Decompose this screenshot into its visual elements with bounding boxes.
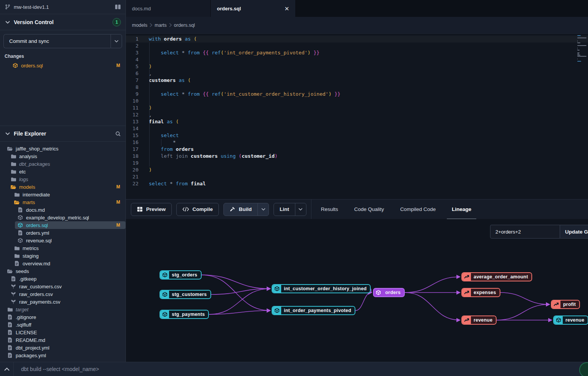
tree-item-orders-yml[interactable]: orders.yml (0, 229, 125, 237)
tree-item-revenue-sql[interactable]: revenue.sql (0, 237, 125, 244)
lineage-node-stg_orders[interactable]: stg_orders (160, 270, 202, 280)
line-number: 21 (126, 173, 138, 180)
code-line: select * from final (149, 180, 588, 187)
tree-item-staging[interactable]: staging (0, 252, 125, 260)
tree-item-dbt-packages[interactable]: dbt_packages (0, 160, 125, 168)
changes-list: orders.sqlM (0, 60, 125, 70)
tab-docs-md[interactable]: docs.md (126, 0, 211, 17)
folder-open-icon (7, 268, 13, 274)
build-options-chevron[interactable] (257, 203, 269, 216)
lineage-node-int_order_payments_pivoted[interactable]: int_order_payments_pivoted (272, 306, 355, 315)
lineage-node-profit[interactable]: profit (551, 300, 580, 309)
lineage-node-orders[interactable]: orders (373, 288, 405, 297)
lineage-node-revenue_model[interactable]: revenue (553, 316, 588, 325)
chevron-down-icon (5, 19, 11, 25)
tree-item-intermediate[interactable]: intermediate (0, 191, 125, 198)
tree-item-seeds[interactable]: seeds (0, 267, 125, 275)
tree-item-analysis[interactable]: analysis (0, 152, 125, 160)
update-graph-button[interactable]: Update Graph (560, 225, 588, 239)
lineage-node-average_order_amount[interactable]: average_order_amount (461, 272, 532, 281)
command-input[interactable] (14, 366, 588, 372)
tree-item-metrics[interactable]: metrics (0, 244, 125, 252)
tree-item-packages-yml[interactable]: packages.yml (0, 351, 125, 359)
preview-button[interactable]: Preview (131, 203, 172, 216)
tree-item-label: revenue.sql (26, 238, 120, 244)
tree-item-raw-orders-csv[interactable]: raw_orders.csv (0, 290, 125, 298)
tree-item-overview-md[interactable]: overview.md (0, 260, 125, 267)
columns-panel-icon[interactable] (115, 4, 121, 10)
model-cube-icon (12, 62, 18, 69)
lineage-edge (405, 293, 460, 320)
breadcrumb-item[interactable]: models (132, 23, 147, 28)
commit-and-sync-button[interactable]: Commit and sync (3, 34, 111, 48)
modified-badge: M (116, 199, 120, 205)
command-bar-expand-button[interactable] (0, 362, 14, 376)
line-number: 9 (126, 91, 138, 98)
code-editor[interactable]: 12345678910111213141516171819202122 with… (126, 34, 588, 199)
tab-lineage[interactable]: Lineage (444, 199, 479, 219)
tree-item--sqlfluff[interactable]: .sqlfluff (0, 321, 125, 329)
tree-item-etc[interactable]: etc (0, 168, 125, 175)
tree-item-raw-customers-csv[interactable]: raw_customers.csv (0, 283, 125, 290)
code-line: , (149, 111, 588, 118)
close-icon[interactable]: ✕ (284, 6, 289, 11)
tree-item-docs-md[interactable]: docs.md (0, 206, 125, 214)
lineage-node-label: average_order_amount (471, 273, 531, 281)
file-tree: jaffle_shop_metricsanalysisdbt_packagese… (0, 142, 125, 362)
search-icon[interactable] (115, 131, 121, 137)
tree-item-raw-payments-csv[interactable]: raw_payments.csv (0, 298, 125, 306)
seed-icon (10, 283, 16, 289)
breadcrumb-item[interactable]: marts (155, 23, 166, 28)
tree-item-license[interactable]: LICENSE (0, 329, 125, 336)
tab-compiled-code[interactable]: Compiled Code (392, 199, 444, 219)
changed-file-row[interactable]: orders.sqlM (0, 60, 125, 70)
lineage-node-stg_customers[interactable]: stg_customers (160, 290, 211, 299)
tree-item-example-develop-metric-sql[interactable]: example_develop_metric.sql (0, 214, 125, 221)
tree-item-logs[interactable]: logs (0, 175, 125, 183)
lineage-selector-input[interactable] (490, 225, 560, 239)
tree-item-label: analysis (19, 154, 120, 159)
lineage-node-int_customer_order_history_joined[interactable]: int_customer_order_history_joined (272, 284, 371, 293)
tree-item--gitignore[interactable]: .gitignore (0, 313, 125, 321)
lint-button[interactable]: Lint (274, 203, 295, 216)
line-number: 4 (126, 56, 138, 63)
changed-file-name: orders.sql (21, 63, 114, 69)
breadcrumb-item[interactable]: orders.sql (174, 23, 195, 28)
tree-item-orders-sql[interactable]: orders.sqlM (15, 221, 125, 229)
tree-item-label: dbt_project.yml (16, 345, 120, 351)
lineage-node-expenses[interactable]: expenses (461, 288, 500, 297)
lineage-node-label: int_customer_order_history_joined (281, 285, 370, 293)
file-explorer-header[interactable]: File Explorer (0, 126, 125, 142)
line-number: 16 (126, 139, 138, 146)
version-control-header[interactable]: Version Control 1 (0, 14, 125, 30)
tree-item-marts[interactable]: martsM (0, 198, 125, 206)
tab-orders-sql[interactable]: orders.sql✕ (211, 0, 296, 17)
tab-results[interactable]: Results (313, 199, 346, 219)
lineage-node-revenue_metric[interactable]: revenue (461, 316, 497, 325)
lint-options-chevron[interactable] (295, 203, 306, 216)
tab-code-quality[interactable]: Code Quality (346, 199, 392, 219)
code-line: from orders (149, 146, 588, 153)
line-number: 20 (126, 167, 138, 173)
folder-open-icon (7, 145, 13, 152)
minimap[interactable] (577, 35, 587, 62)
tree-item-readme-md[interactable]: README.md (0, 336, 125, 344)
build-button[interactable]: Build (223, 203, 258, 216)
tree-item-label: metrics (23, 245, 120, 251)
compile-button[interactable]: Compile (176, 203, 219, 216)
tree-item-models[interactable]: modelsM (0, 183, 125, 191)
tree-item-jaffle-shop-metrics[interactable]: jaffle_shop_metrics (0, 145, 125, 152)
commit-options-chevron[interactable] (111, 34, 122, 48)
tree-item--gitkeep[interactable]: .gitkeep (0, 275, 125, 283)
tree-item-label: .gitignore (16, 314, 120, 320)
tree-item-label: marts (23, 199, 114, 205)
folder-icon (7, 306, 13, 312)
commit-split-button: Commit and sync (0, 30, 125, 51)
lineage-node-stg_payments[interactable]: stg_payments (160, 310, 209, 319)
tree-item-dbt-project-yml[interactable]: dbt_project.yml (0, 344, 125, 351)
file-explorer-title: File Explorer (14, 131, 112, 137)
lineage-node-label: profit (560, 301, 579, 308)
tree-item-label: jaffle_shop_metrics (16, 146, 120, 152)
tree-item-label: raw_customers.csv (19, 284, 120, 289)
tree-item-target[interactable]: target (0, 306, 125, 313)
